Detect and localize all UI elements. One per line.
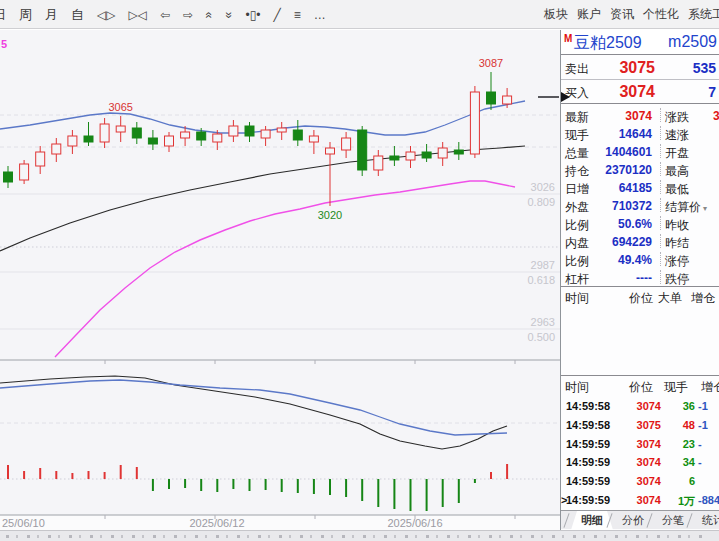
- panel-tabs: 明细分价分笔统计: [561, 510, 719, 529]
- column-divider: [660, 108, 661, 122]
- period-custom-button[interactable]: 自: [71, 6, 84, 24]
- period-month-button[interactable]: 月: [45, 6, 58, 24]
- tick-position-change: -1: [698, 419, 708, 431]
- market-badge: M: [564, 33, 572, 44]
- tick-volume: 36: [661, 400, 695, 412]
- scroll-left-icon[interactable]: ⇦: [160, 8, 170, 22]
- candlestick-chart[interactable]: 30260.80929870.61829630.5003065308730202…: [0, 30, 560, 530]
- contract-code[interactable]: m2509: [668, 33, 717, 51]
- zoom-out-icon[interactable]: »: [222, 11, 236, 18]
- svg-text:25/06/10: 25/06/10: [2, 517, 45, 529]
- tick-position-change: -884: [698, 494, 719, 506]
- zoom-in-icon[interactable]: «: [202, 11, 216, 18]
- status-bar: [0, 530, 719, 541]
- header-cell: 大单: [658, 290, 682, 307]
- tick-table-header: 时间价位现手增仓: [561, 377, 719, 395]
- column-divider: [660, 270, 661, 284]
- tick-time: 14:59:59: [566, 494, 610, 506]
- tab-divider: [563, 513, 569, 527]
- tick-position-change: -: [698, 438, 702, 450]
- column-divider: [660, 180, 661, 194]
- tick-list: 14:59:58307436-114:59:58307548-114:59:59…: [561, 397, 719, 510]
- bid-row[interactable]: 买入 3074 7: [561, 80, 719, 104]
- menu-account[interactable]: 账户: [577, 6, 601, 23]
- column-divider: [660, 126, 661, 140]
- column-divider: [660, 234, 661, 248]
- menu-personalize[interactable]: 个性化: [643, 6, 679, 23]
- tick-row: >14:59:5930741万-884: [561, 491, 719, 510]
- contract-header: M 豆粕2509 m2509: [561, 30, 719, 55]
- stat-value: 694229: [612, 235, 652, 249]
- quote-panel: M 豆粕2509 m2509 卖出 3075 535 买入 3074 7 最新3…: [560, 30, 719, 530]
- tick-position-change: -1: [698, 400, 708, 412]
- contract-name[interactable]: 豆粕2509: [574, 33, 642, 54]
- stat-row: 比例50.6%昨收: [561, 214, 719, 232]
- tab-stats[interactable]: 统计: [694, 511, 719, 530]
- tick-volume: 23: [661, 438, 695, 450]
- menu-system-tools[interactable]: 系统工具: [688, 6, 719, 23]
- tick-price: 3074: [621, 456, 661, 468]
- svg-text:0.809: 0.809: [527, 196, 555, 208]
- svg-text:2987: 2987: [531, 259, 555, 271]
- period-week-button[interactable]: 周: [19, 6, 32, 24]
- header-cell: 增仓: [691, 290, 715, 307]
- divider: [561, 286, 719, 287]
- tick-time: 14:59:59: [566, 475, 610, 487]
- draw-line-icon[interactable]: ╱: [273, 8, 280, 22]
- column-divider: [660, 144, 661, 158]
- svg-text:0.500: 0.500: [527, 331, 555, 343]
- stat-row: 外盘710372结算价▾: [561, 196, 719, 214]
- dropdown-arrow-icon[interactable]: ▾: [703, 204, 707, 213]
- tick-price: 3074: [621, 494, 661, 506]
- ask-price: 3075: [619, 59, 655, 77]
- current-price-arrow-icon: [561, 92, 575, 102]
- compress-bars-icon[interactable]: ▷◁: [128, 8, 146, 22]
- quote-stats: 最新3074涨跌3现手14644速涨总量1404601开盘持仓2370120最高…: [561, 106, 719, 286]
- tick-time: 14:59:59: [566, 456, 610, 468]
- stat-row: 比例49.4%涨停: [561, 250, 719, 268]
- expand-bars-icon[interactable]: ◁▷: [97, 8, 115, 22]
- scroll-right-icon[interactable]: ⇨: [183, 8, 193, 22]
- svg-text:3020: 3020: [318, 209, 342, 221]
- tick-time: 14:59:59: [566, 438, 610, 450]
- tick-row: 14:59:5930746: [561, 472, 719, 491]
- svg-text:3026: 3026: [531, 181, 555, 193]
- stat-value: ----: [636, 271, 652, 285]
- stat-value: 49.4%: [618, 253, 652, 267]
- period-day-button[interactable]: 日: [0, 6, 6, 24]
- stat-value: 3074: [625, 109, 652, 123]
- ask-qty: 535: [693, 60, 716, 76]
- stat-row: 杠杆----跌停: [561, 268, 719, 286]
- stat-value: 2370120: [605, 163, 652, 177]
- tick-row: 14:59:59307423-: [561, 435, 719, 454]
- menu-news[interactable]: 资讯: [610, 6, 634, 23]
- tick-volume: 1万: [661, 494, 695, 509]
- tick-volume: 34: [661, 456, 695, 468]
- svg-text:0.618: 0.618: [527, 274, 555, 286]
- menu-sectors[interactable]: 板块: [544, 6, 568, 23]
- crosshair-icon[interactable]: •▯•: [245, 8, 260, 22]
- stat-row: 最新3074涨跌3: [561, 106, 719, 124]
- tick-price: 3074: [621, 475, 661, 487]
- ask-row[interactable]: 卖出 3075 535: [561, 56, 719, 80]
- header-cell: 增仓: [701, 379, 719, 396]
- bid-price: 3074: [619, 83, 655, 101]
- header-cell: 价位: [629, 290, 653, 307]
- tick-price: 3074: [621, 400, 661, 412]
- header-cell: 时间: [565, 379, 589, 396]
- tick-price: 3075: [621, 419, 661, 431]
- svg-text:3087: 3087: [479, 57, 503, 69]
- stat-value-2: 3: [713, 109, 719, 123]
- ask-label: 卖出: [565, 61, 589, 78]
- more-icon[interactable]: …: [314, 8, 326, 22]
- bid-ask-block: 卖出 3075 535 买入 3074 7: [561, 56, 719, 105]
- indicator-list-icon[interactable]: ≡: [294, 8, 301, 22]
- tick-time: 14:59:58: [566, 400, 610, 412]
- stat-row: 现手14644速涨: [561, 124, 719, 142]
- svg-text:2025/06/16: 2025/06/16: [387, 517, 442, 529]
- header-cell: 现手: [664, 379, 688, 396]
- tick-row: 14:59:58307548-1: [561, 416, 719, 435]
- stat-value: 710372: [612, 199, 652, 213]
- stat-value: 64185: [619, 181, 652, 195]
- tick-volume: 6: [661, 475, 695, 487]
